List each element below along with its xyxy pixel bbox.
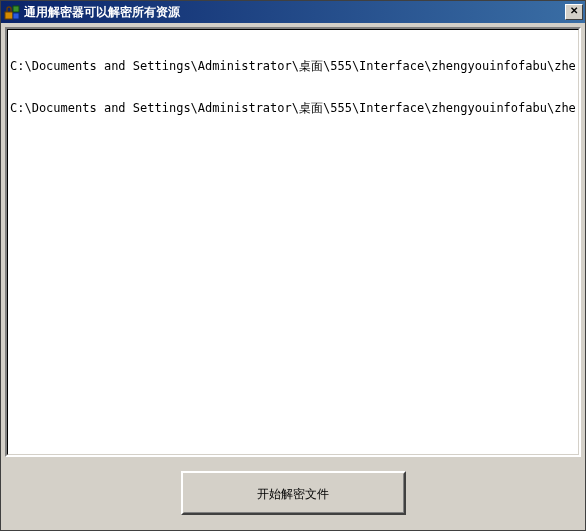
svg-rect-1	[13, 6, 19, 12]
log-line: C:\Documents and Settings\Administrator\…	[10, 101, 576, 115]
decrypt-button-label: 开始解密文件	[183, 473, 404, 513]
main-window: 通用解密器可以解密所有资源 ✕ C:\Documents and Setting…	[0, 0, 586, 531]
app-icon	[4, 4, 20, 20]
log-textbox-inner: C:\Documents and Settings\Administrator\…	[7, 29, 579, 455]
svg-rect-2	[13, 13, 19, 19]
svg-rect-0	[5, 12, 13, 19]
close-button[interactable]: ✕	[565, 4, 583, 20]
decrypt-button[interactable]: 开始解密文件	[181, 471, 406, 515]
button-row: 开始解密文件	[5, 471, 581, 515]
client-area: C:\Documents and Settings\Administrator\…	[1, 23, 585, 530]
titlebar: 通用解密器可以解密所有资源 ✕	[1, 1, 585, 23]
log-line: C:\Documents and Settings\Administrator\…	[10, 59, 576, 73]
log-textbox[interactable]: C:\Documents and Settings\Administrator\…	[5, 27, 581, 457]
window-title: 通用解密器可以解密所有资源	[24, 4, 565, 21]
